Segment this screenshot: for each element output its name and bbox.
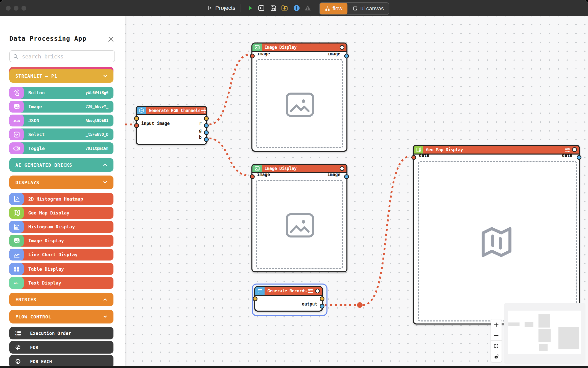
brick-item-for[interactable]: FOR (9, 341, 113, 354)
bricks-sidebar: Data Processing App AI Prompt a Brick ST… (0, 16, 125, 366)
canvas-controls (491, 319, 502, 362)
port-exec-out[interactable] (204, 116, 209, 121)
node-image-display-2[interactable]: Image Display image image (251, 164, 347, 272)
terminal-icon[interactable] (258, 5, 265, 12)
info-icon[interactable] (293, 5, 300, 12)
folder-download-icon[interactable] (281, 5, 288, 12)
section-flow-control[interactable]: FLOW CONTROL (9, 310, 113, 323)
chevron-up-icon (102, 162, 108, 168)
window-bottom-edge (0, 366, 588, 368)
port-image-out[interactable] (344, 54, 349, 58)
node-header[interactable]: Geo Map Display (414, 146, 579, 155)
chevron-up-icon (102, 297, 108, 302)
search-input[interactable] (21, 51, 113, 62)
brick-item-button[interactable]: Button yWL6V4iRgG (9, 87, 113, 99)
node-geo-map-display[interactable]: Geo Map Display data data (413, 145, 580, 324)
warning-icon[interactable] (304, 5, 311, 12)
brick-item-text-display[interactable]: Abc Text Display (9, 277, 113, 289)
zoom-out-button[interactable] (491, 330, 502, 341)
brick-item-table-display[interactable]: Table Display (9, 263, 113, 275)
brick-label: 2D Histogram Heatmap (28, 196, 83, 202)
brick-item-image-display[interactable]: Image Display (9, 235, 113, 247)
port-image-out[interactable] (344, 174, 349, 179)
minimap-node-rect (538, 314, 550, 328)
app-window: Projects (0, 0, 588, 368)
titlebar: Projects (0, 0, 588, 16)
brick-item-select[interactable]: Select _t5FwNVO_D (9, 128, 113, 140)
section-streamlit-p1[interactable]: STREAMLIT – P1 (9, 69, 113, 83)
close-icon[interactable] (107, 35, 115, 43)
port-input-image[interactable] (134, 123, 139, 128)
loop-icon (9, 341, 27, 353)
port-exec-in[interactable] (134, 116, 139, 121)
brick-item-line-chart-display[interactable]: Line Chart Display (9, 249, 113, 261)
node-enable-toggle[interactable] (340, 45, 344, 50)
section-entries[interactable]: ENTRIES (9, 293, 113, 306)
node-header[interactable]: Generate Records (255, 287, 322, 296)
port-out-r[interactable] (204, 123, 209, 128)
settings-sliders-icon[interactable] (307, 288, 313, 293)
node-title: Generate Records (267, 288, 307, 293)
node-header[interactable]: Generate RGB Channels (137, 107, 206, 115)
map-placeholder-icon (478, 223, 515, 261)
records-icon (255, 287, 265, 295)
node-generate-records[interactable]: Generate Records output (254, 286, 323, 312)
play-icon[interactable] (247, 5, 254, 12)
section-displays[interactable]: DISPLAYS (9, 176, 113, 189)
brick-item-for-each[interactable]: FOR EACH (9, 355, 113, 366)
traffic-light-zoom-icon[interactable] (21, 6, 26, 11)
brick-item-execution-order[interactable]: 1 2 Execution Order (9, 327, 113, 339)
node-enable-toggle[interactable] (315, 289, 320, 293)
projects-label: Projects (215, 5, 235, 11)
brick-label: Histogram Display (28, 224, 75, 229)
save-icon[interactable] (270, 5, 277, 12)
svg-text:JSON: JSON (13, 119, 20, 123)
brick-label: Button (28, 90, 45, 95)
section-label: ENTRIES (15, 297, 36, 302)
image-icon (9, 101, 24, 113)
brick-item-2d-histogram-heatmap[interactable]: 2D Histogram Heatmap (9, 193, 113, 205)
view-tabs: flow ui canvas (319, 2, 389, 15)
lock-button[interactable] (491, 351, 502, 362)
port-output[interactable] (320, 304, 324, 309)
port-exec-in[interactable] (253, 296, 257, 301)
node-enable-toggle[interactable] (572, 147, 577, 152)
section-ai-generated-bricks[interactable]: AI GENERATED BRICKS (9, 158, 113, 172)
brick-item-toggle[interactable]: Toggle 79I1XpmC6h (9, 142, 113, 154)
port-image-in[interactable] (250, 54, 255, 58)
plus-icon (493, 322, 499, 328)
port-out-b[interactable] (204, 137, 209, 142)
node-enable-toggle[interactable] (340, 166, 344, 171)
port-exec-out[interactable] (320, 296, 324, 301)
svg-text:Abc: Abc (14, 282, 19, 285)
tab-flow[interactable]: flow (320, 3, 347, 14)
minus-icon (493, 333, 499, 338)
port-label-image-in: image (257, 51, 270, 56)
zoom-in-button[interactable] (491, 319, 502, 330)
settings-sliders-icon[interactable] (200, 108, 206, 113)
node-header[interactable]: Image Display (252, 44, 346, 52)
fit-view-button[interactable] (491, 341, 502, 351)
brick-item-image[interactable]: Image 720_hkvvY_ (9, 101, 113, 113)
minimap-node-rect (525, 322, 533, 327)
table-icon (9, 263, 24, 275)
toggle-icon (9, 142, 24, 154)
brick-label: Toggle (28, 146, 45, 151)
brick-item-histogram-display[interactable]: Histogram Display (9, 221, 113, 233)
settings-sliders-icon[interactable] (564, 147, 570, 152)
brick-label: Text Display (28, 280, 61, 286)
brick-item-geo-map-display[interactable]: Geo Map Display (9, 207, 113, 219)
chevron-down-icon (102, 73, 108, 79)
projects-button[interactable]: Projects (207, 4, 235, 13)
minimap[interactable] (504, 303, 585, 364)
traffic-light-minimize-icon[interactable] (14, 6, 18, 11)
node-image-display-1[interactable]: Image Display image image (251, 42, 347, 152)
port-image-in[interactable] (250, 174, 255, 179)
port-data-in[interactable] (411, 155, 416, 160)
node-generate-rgb-channels[interactable]: Generate RGB Channels input image r g b (136, 106, 207, 145)
port-data-out[interactable] (577, 155, 581, 160)
port-out-g[interactable] (204, 130, 209, 135)
traffic-light-close-icon[interactable] (6, 6, 11, 11)
tab-ui-canvas[interactable]: ui canvas (347, 3, 389, 14)
brick-item-json[interactable]: JSON JSON Absql9DE01 (9, 115, 113, 126)
